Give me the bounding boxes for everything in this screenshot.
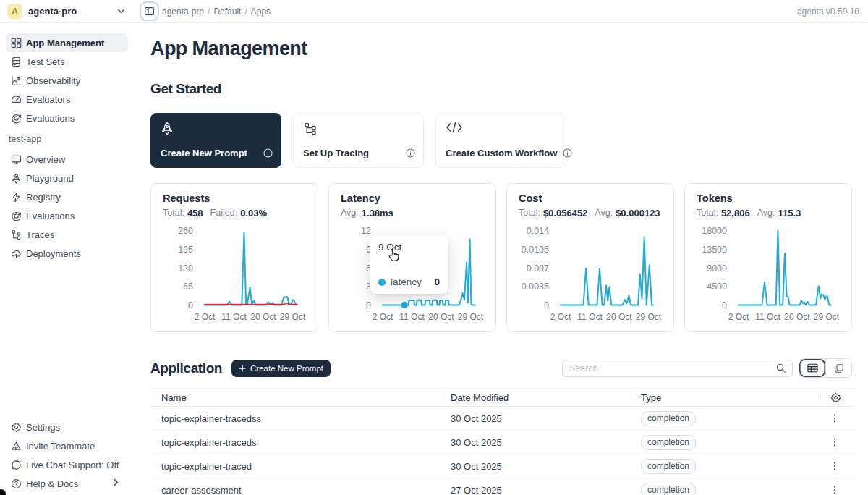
kebab-icon	[830, 413, 840, 423]
sidebar-item-registry[interactable]: Registry	[6, 187, 128, 206]
workspace-name: agenta-pro	[28, 6, 111, 17]
app-name[interactable]: topic-explainer-tracedss	[150, 413, 441, 424]
breadcrumb-item-project[interactable]: Default	[213, 7, 241, 17]
breadcrumb-item-workspace[interactable]: agenta-pro	[162, 7, 204, 17]
svg-text:0.007: 0.007	[527, 263, 549, 274]
gear-icon[interactable]	[830, 392, 841, 403]
column-header-type: Type	[631, 389, 821, 406]
sidebar-bottom: Settings Invite Teammate Live Chat Suppo…	[6, 418, 128, 493]
legend-dot	[378, 279, 386, 286]
info-icon[interactable]	[406, 148, 415, 158]
panel-left-icon	[144, 6, 155, 17]
svg-text:11 Oct: 11 Oct	[577, 312, 603, 322]
search-input[interactable]	[569, 363, 776, 373]
starter-card-label: Create New Prompt	[161, 148, 247, 158]
sidebar-item-overview[interactable]: Overview	[6, 150, 128, 169]
app-type: completion	[631, 459, 821, 474]
tooltip-series-row: latency 0	[378, 276, 440, 287]
sidebar-item-settings[interactable]: Settings	[6, 418, 128, 436]
test-sets-icon	[11, 56, 22, 67]
row-actions-cell	[821, 412, 854, 425]
requests-chart[interactable]: 0651301952602 Oct11 Oct20 Oct29 Oct	[151, 184, 319, 333]
table-row[interactable]: topic-explainer-traceds 30 Oct 2025 comp…	[150, 431, 854, 454]
table-row[interactable]: career-assessment 27 Oct 2025 completion	[150, 478, 854, 495]
svg-text:20 Oct: 20 Oct	[428, 312, 454, 322]
code-icon	[446, 122, 558, 138]
sidebar-item-label: Test Sets	[26, 56, 64, 67]
app-name[interactable]: career-assessment	[150, 485, 441, 495]
svg-text:0.0035: 0.0035	[522, 282, 549, 292]
app-name[interactable]: topic-explainer-traced	[150, 461, 441, 472]
sidebar-item-deployments[interactable]: Deployments	[6, 244, 128, 263]
cost-chart[interactable]: 00.00350.0070.01050.0142 Oct11 Oct20 Oct…	[507, 184, 675, 333]
app-type: completion	[631, 411, 821, 426]
svg-text:0: 0	[366, 300, 371, 310]
svg-text:2 Oct: 2 Oct	[195, 312, 216, 322]
grid-icon	[11, 38, 22, 48]
main-content: App Management Get Started Create New Pr…	[134, 23, 868, 495]
chevron-down-icon	[117, 7, 125, 15]
svg-text:2 Oct: 2 Oct	[373, 312, 393, 322]
svg-text:11 Oct: 11 Oct	[755, 312, 780, 322]
gear-icon	[11, 422, 22, 433]
sidebar-item-app-management[interactable]: App Management	[6, 33, 128, 52]
create-new-prompt-card[interactable]: Create New Prompt	[150, 113, 281, 168]
set-up-tracing-card[interactable]: Set Up Tracing	[293, 113, 424, 168]
sidebar-item-label: Invite Teammate	[26, 441, 95, 452]
metric-card-tokens: Tokens Total:52,806 Avg:115.3 0450090001…	[684, 183, 852, 332]
table-row[interactable]: topic-explainer-tracedss 30 Oct 2025 com…	[150, 407, 854, 431]
row-menu-button[interactable]	[828, 412, 841, 425]
svg-text:20 Oct: 20 Oct	[606, 312, 632, 322]
sidebar-item-live-chat[interactable]: Live Chat Support: Off	[6, 455, 128, 474]
tokens-chart[interactable]: 04500900013500180002 Oct11 Oct20 Oct29 O…	[685, 184, 853, 333]
svg-text:12: 12	[361, 226, 371, 236]
sidebar-item-help-docs[interactable]: Help & Docs	[6, 474, 128, 493]
applications-table: Name Date Modified Type topic-explainer-…	[150, 388, 854, 495]
svg-text:29 Oct: 29 Oct	[280, 312, 306, 322]
card-view-icon	[834, 363, 844, 373]
svg-text:11 Oct: 11 Oct	[221, 312, 247, 322]
table-header: Name Date Modified Type	[150, 388, 854, 407]
create-new-prompt-button[interactable]: Create New Prompt	[231, 360, 331, 377]
invite-icon	[11, 441, 22, 452]
sidebar-item-test-sets[interactable]: Test Sets	[6, 52, 128, 71]
sidebar-item-playground[interactable]: Playground	[6, 169, 128, 187]
info-icon[interactable]	[563, 148, 572, 158]
svg-text:29 Oct: 29 Oct	[814, 312, 840, 322]
plus-icon	[239, 365, 246, 372]
sidebar-item-label: Evaluators	[26, 94, 70, 105]
svg-text:0: 0	[188, 300, 193, 310]
rocket-icon	[161, 122, 273, 138]
chart-tooltip: 9 Oct latency 0	[370, 235, 448, 294]
app-date: 30 Oct 2025	[441, 437, 631, 448]
sidebar-item-label: App Management	[26, 38, 104, 48]
sidebar-item-label: Playground	[26, 173, 74, 184]
info-icon[interactable]	[263, 148, 273, 158]
cloud-icon	[11, 248, 22, 259]
sidebar-item-evaluations[interactable]: Evaluations	[6, 109, 128, 127]
table-view-button[interactable]	[799, 359, 825, 377]
app-date: 27 Oct 2025	[441, 485, 631, 495]
workspace-selector[interactable]: A agenta-pro	[0, 0, 134, 23]
metrics-row: Requests Total:458 Failed:0.03% 06513019…	[150, 183, 852, 332]
lightning-icon	[11, 192, 22, 203]
gauge-icon	[11, 94, 22, 105]
sidebar-item-observability[interactable]: Observability	[6, 71, 128, 90]
row-menu-button[interactable]	[828, 460, 841, 473]
card-view-button[interactable]	[825, 359, 851, 377]
page-title: App Management	[150, 38, 852, 59]
breadcrumb-item-page[interactable]: Apps	[251, 7, 271, 17]
svg-text:130: 130	[178, 263, 193, 274]
row-menu-button[interactable]	[828, 436, 841, 449]
sidebar-toggle-button[interactable]	[140, 1, 159, 21]
sidebar-item-evaluators[interactable]: Evaluators	[6, 90, 128, 109]
row-menu-button[interactable]	[828, 483, 841, 495]
create-custom-workflow-card[interactable]: Create Custom Workflow	[435, 113, 566, 168]
app-name[interactable]: topic-explainer-traceds	[150, 437, 441, 448]
sidebar-item-app-evaluations[interactable]: Evaluations	[6, 206, 128, 225]
search-icon[interactable]	[776, 363, 786, 373]
svg-text:2 Oct: 2 Oct	[550, 312, 571, 322]
table-row[interactable]: topic-explainer-traced 30 Oct 2025 compl…	[150, 454, 854, 478]
sidebar-item-traces[interactable]: Traces	[6, 225, 128, 244]
sidebar-item-invite-teammate[interactable]: Invite Teammate	[6, 436, 128, 455]
